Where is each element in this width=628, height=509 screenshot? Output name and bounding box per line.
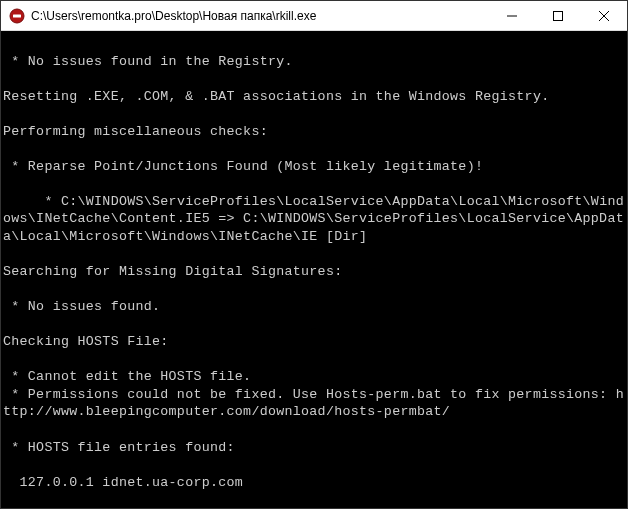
console-line: * No issues found.: [3, 298, 625, 316]
console-line: [3, 351, 625, 369]
maximize-icon: [553, 11, 563, 21]
console-line: * Reparse Point/Junctions Found (Most li…: [3, 158, 625, 176]
console-line: * Permissions could not be fixed. Use Ho…: [3, 386, 625, 421]
console-window: C:\Users\remontka.pro\Desktop\Новая папк…: [0, 0, 628, 509]
console-line: [3, 70, 625, 88]
console-line: Checking HOSTS File:: [3, 333, 625, 351]
svg-rect-3: [554, 11, 563, 20]
console-line: [3, 491, 625, 508]
console-output[interactable]: * No issues found in the Registry.Resett…: [1, 31, 627, 508]
window-title: C:\Users\remontka.pro\Desktop\Новая папк…: [31, 9, 489, 23]
console-line: [3, 281, 625, 299]
console-line: [3, 140, 625, 158]
window-controls: [489, 1, 627, 30]
close-icon: [599, 11, 609, 21]
console-line: [3, 35, 625, 53]
close-button[interactable]: [581, 1, 627, 30]
minimize-button[interactable]: [489, 1, 535, 30]
console-line: * Cannot edit the HOSTS file.: [3, 368, 625, 386]
console-line: [3, 105, 625, 123]
titlebar: C:\Users\remontka.pro\Desktop\Новая папк…: [1, 1, 627, 31]
console-line: Performing miscellaneous checks:: [3, 123, 625, 141]
app-icon: [9, 8, 25, 24]
console-line: [3, 246, 625, 264]
console-line: [3, 316, 625, 334]
console-line: [3, 421, 625, 439]
console-line: Searching for Missing Digital Signatures…: [3, 263, 625, 281]
console-line: [3, 456, 625, 474]
console-line: Resetting .EXE, .COM, & .BAT association…: [3, 88, 625, 106]
console-line: * HOSTS file entries found:: [3, 439, 625, 457]
console-line: * C:\WINDOWS\ServiceProfiles\LocalServic…: [3, 193, 625, 246]
minimize-icon: [507, 11, 517, 21]
console-line: 127.0.0.1 idnet.ua-corp.com: [3, 474, 625, 492]
maximize-button[interactable]: [535, 1, 581, 30]
svg-rect-1: [13, 14, 21, 17]
console-line: * No issues found in the Registry.: [3, 53, 625, 71]
console-line: [3, 175, 625, 193]
